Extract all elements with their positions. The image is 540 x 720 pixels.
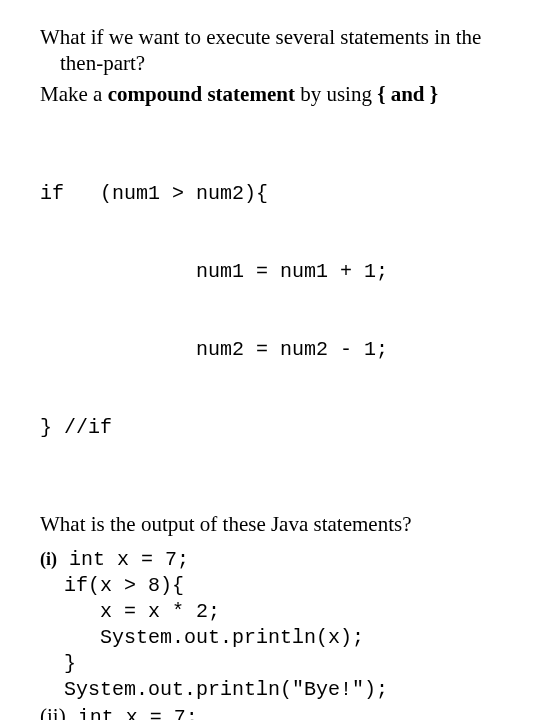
code-line: num2 = num2 - 1; xyxy=(40,337,500,363)
brace-close: } xyxy=(430,82,438,106)
intro-pre: Make a xyxy=(40,82,108,106)
code-line: } //if xyxy=(40,415,500,441)
part-ii: (ii) int x = 7; if(x > 8) x = x * 2; Sys… xyxy=(40,703,500,720)
code-line: if(x > 8){ xyxy=(40,573,500,599)
output-question: What is the output of these Java stateme… xyxy=(40,511,500,537)
label-ii: (ii) xyxy=(40,704,66,720)
code-line: (ii) int x = 7; xyxy=(40,703,500,720)
intro-and: and xyxy=(385,82,429,106)
code-line: } xyxy=(40,651,500,677)
code-text: int x = 7; xyxy=(57,548,189,571)
code-line: System.out.println(x); xyxy=(40,625,500,651)
intro-instruction: Make a compound statement by using { and… xyxy=(40,81,500,107)
code-line: System.out.println("Bye!"); xyxy=(40,677,500,703)
code-line: if (num1 > num2){ xyxy=(40,181,500,207)
document-page: What if we want to execute several state… xyxy=(0,0,540,720)
code-text: int x = 7; xyxy=(66,706,198,720)
intro-question: What if we want to execute several state… xyxy=(40,24,500,77)
intro-bold: compound statement xyxy=(108,82,295,106)
part-i: (i) int x = 7; if(x > 8){ x = x * 2; Sys… xyxy=(40,547,500,703)
code-block-1: if (num1 > num2){ num1 = num1 + 1; num2 … xyxy=(40,129,500,493)
code-line: num1 = num1 + 1; xyxy=(40,259,500,285)
code-line: x = x * 2; xyxy=(40,599,500,625)
code-line: (i) int x = 7; xyxy=(40,547,500,573)
intro-post: by using xyxy=(295,82,377,106)
label-i: (i) xyxy=(40,549,57,569)
